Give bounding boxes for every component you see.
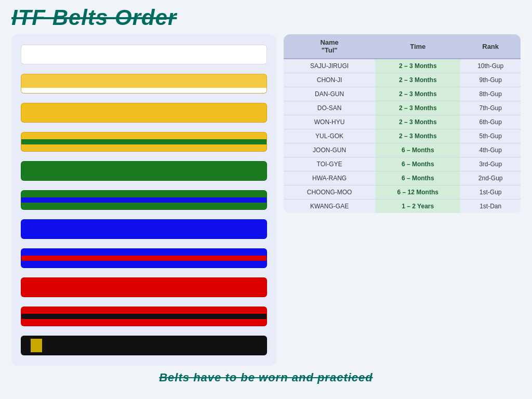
cell-rank: 5th-Gup (460, 129, 521, 143)
cell-rank: 8th-Gup (460, 87, 521, 101)
table-row: KWANG-GAE1 – 2 Years1st-Dan (284, 200, 521, 214)
belt-panel (11, 34, 276, 366)
belt-row (21, 303, 267, 329)
cell-time: 6 – Months (375, 157, 460, 171)
cell-name: CHOONG-MOO (284, 185, 375, 200)
belt-belt-yellow-stripe (21, 74, 267, 94)
cell-time: 2 – 3 Months (375, 59, 460, 73)
cell-rank: 9th-Gup (460, 73, 521, 87)
belt-row (21, 100, 267, 126)
cell-name: KWANG-GAE (284, 200, 375, 214)
belt-belt-yellow (21, 103, 267, 123)
table-row: SAJU-JIRUGI2 – 3 Months10th-Gup (284, 59, 521, 73)
cell-rank: 4th-Gup (460, 143, 521, 157)
cell-name: YUL-GOK (284, 129, 375, 143)
col-header-time: Time (375, 34, 460, 59)
belt-row (21, 274, 267, 300)
belt-belt-black-stripe (21, 307, 267, 326)
cell-time: 2 – 3 Months (375, 129, 460, 143)
cell-rank: 2nd-Gup (460, 171, 521, 185)
cell-name: CHON-JI (284, 73, 375, 87)
belt-belt-black-gold (21, 336, 267, 355)
page-title: ITF Belts Order (11, 5, 521, 30)
table-row: HWA-RANG6 – Months2nd-Gup (284, 171, 521, 185)
cell-name: HWA-RANG (284, 171, 375, 185)
col-header-name: Name "Tul" (284, 34, 375, 59)
table-wrapper: Name "Tul" Time Rank SAJU-JIRUGI2 – 3 Mo… (284, 34, 521, 213)
belt-row (21, 187, 267, 213)
cell-rank: 3rd-Gup (460, 157, 521, 171)
belt-row (21, 216, 267, 242)
cell-time: 2 – 3 Months (375, 101, 460, 115)
cell-rank: 7th-Gup (460, 101, 521, 115)
table-row: DAN-GUN2 – 3 Months8th-Gup (284, 87, 521, 101)
belt-row (21, 129, 267, 155)
cell-time: 6 – 12 Months (375, 185, 460, 200)
belt-belt-red (21, 277, 267, 297)
cell-rank: 10th-Gup (460, 59, 521, 73)
belt-row (21, 332, 267, 358)
cell-rank: 1st-Gup (460, 185, 521, 200)
belt-belt-blue (21, 219, 267, 239)
cell-name: DAN-GUN (284, 87, 375, 101)
cell-name: TOI-GYE (284, 157, 375, 171)
col-header-rank: Rank (460, 34, 521, 59)
belt-belt-green (21, 161, 267, 181)
belt-row (21, 158, 267, 184)
cell-name: SAJU-JIRUGI (284, 59, 375, 73)
table-row: JOON-GUN6 – Months4th-Gup (284, 143, 521, 157)
footer-text: Belts have to be worn and practiced (11, 371, 521, 384)
cell-name: DO-SAN (284, 101, 375, 115)
table-row: YUL-GOK2 – 3 Months5th-Gup (284, 129, 521, 143)
table-row: CHOONG-MOO6 – 12 Months1st-Gup (284, 185, 521, 200)
table-row: DO-SAN2 – 3 Months7th-Gup (284, 101, 521, 115)
cell-time: 6 – Months (375, 171, 460, 185)
cell-name: WON-HYU (284, 115, 375, 129)
table-row: TOI-GYE6 – Months3rd-Gup (284, 157, 521, 171)
belt-row (21, 245, 267, 271)
cell-time: 2 – 3 Months (375, 73, 460, 87)
belt-belt-white (21, 45, 267, 64)
cell-time: 6 – Months (375, 143, 460, 157)
belt-row (21, 71, 267, 97)
belts-table: Name "Tul" Time Rank SAJU-JIRUGI2 – 3 Mo… (284, 34, 521, 213)
main-container: ITF Belts Order Name "Tul" Time Rank (11, 5, 521, 384)
cell-time: 2 – 3 Months (375, 87, 460, 101)
table-row: CHON-JI2 – 3 Months9th-Gup (284, 73, 521, 87)
belt-belt-green-stripe (21, 132, 267, 152)
cell-rank: 1st-Dan (460, 200, 521, 214)
cell-time: 2 – 3 Months (375, 115, 460, 129)
cell-name: JOON-GUN (284, 143, 375, 157)
cell-time: 1 – 2 Years (375, 200, 460, 214)
cell-rank: 6th-Gup (460, 115, 521, 129)
belt-row (21, 42, 267, 68)
content-area: Name "Tul" Time Rank SAJU-JIRUGI2 – 3 Mo… (11, 34, 521, 366)
table-row: WON-HYU2 – 3 Months6th-Gup (284, 115, 521, 129)
belt-belt-blue-stripe (21, 190, 267, 210)
table-body: SAJU-JIRUGI2 – 3 Months10th-GupCHON-JI2 … (284, 59, 521, 213)
table-panel: Name "Tul" Time Rank SAJU-JIRUGI2 – 3 Mo… (276, 34, 521, 366)
belt-belt-red-stripe (21, 248, 267, 268)
